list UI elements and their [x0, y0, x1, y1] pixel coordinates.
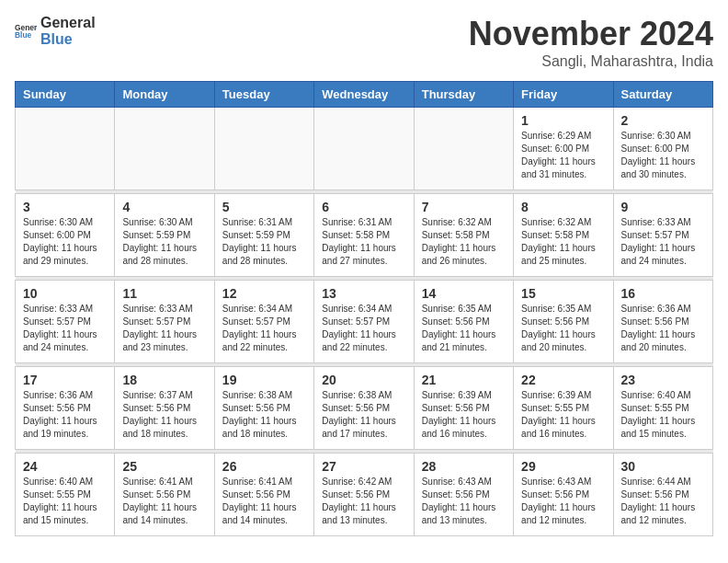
calendar-cell: 10Sunrise: 6:33 AM Sunset: 5:57 PM Dayli…: [16, 281, 115, 363]
title-area: November 2024 Sangli, Maharashtra, India: [469, 15, 713, 70]
cell-info: Sunrise: 6:41 AM Sunset: 5:56 PM Dayligh…: [222, 476, 306, 527]
cell-info: Sunrise: 6:38 AM Sunset: 5:56 PM Dayligh…: [222, 389, 306, 441]
location-title: Sangli, Maharashtra, India: [469, 53, 713, 70]
header: General Blue General Blue November 2024 …: [15, 15, 713, 70]
cell-info: Sunrise: 6:40 AM Sunset: 5:55 PM Dayligh…: [23, 476, 107, 527]
calendar-cell: 17Sunrise: 6:36 AM Sunset: 5:56 PM Dayli…: [16, 367, 115, 450]
cell-info: Sunrise: 6:34 AM Sunset: 5:57 PM Dayligh…: [222, 303, 306, 354]
cell-info: Sunrise: 6:40 AM Sunset: 5:55 PM Dayligh…: [621, 389, 705, 441]
day-number: 10: [23, 286, 107, 301]
logo-blue: Blue: [40, 31, 96, 48]
calendar-cell: 14Sunrise: 6:35 AM Sunset: 5:56 PM Dayli…: [414, 281, 513, 363]
calendar-cell: [214, 108, 313, 190]
cell-info: Sunrise: 6:36 AM Sunset: 5:56 PM Dayligh…: [23, 389, 107, 441]
calendar-cell: 4Sunrise: 6:30 AM Sunset: 5:59 PM Daylig…: [115, 194, 214, 277]
calendar-cell: 19Sunrise: 6:38 AM Sunset: 5:56 PM Dayli…: [214, 367, 313, 450]
calendar-cell: 21Sunrise: 6:39 AM Sunset: 5:56 PM Dayli…: [414, 367, 513, 450]
day-number: 16: [621, 286, 705, 301]
day-number: 13: [322, 286, 405, 301]
calendar-cell: 27Sunrise: 6:42 AM Sunset: 5:56 PM Dayli…: [314, 454, 414, 536]
day-number: 22: [521, 373, 605, 387]
calendar-cell: [115, 108, 214, 190]
cell-info: Sunrise: 6:31 AM Sunset: 5:58 PM Dayligh…: [322, 216, 405, 268]
day-number: 6: [322, 200, 405, 214]
day-number: 4: [122, 200, 206, 214]
cell-info: Sunrise: 6:34 AM Sunset: 5:57 PM Dayligh…: [322, 303, 405, 354]
calendar-cell: 28Sunrise: 6:43 AM Sunset: 5:56 PM Dayli…: [414, 454, 513, 536]
calendar-cell: 23Sunrise: 6:40 AM Sunset: 5:55 PM Dayli…: [613, 367, 712, 450]
week-row-2: 10Sunrise: 6:33 AM Sunset: 5:57 PM Dayli…: [16, 281, 713, 363]
day-number: 1: [521, 113, 605, 128]
cell-info: Sunrise: 6:43 AM Sunset: 5:56 PM Dayligh…: [422, 476, 506, 527]
cell-info: Sunrise: 6:43 AM Sunset: 5:56 PM Dayligh…: [521, 476, 605, 527]
day-number: 27: [322, 459, 405, 474]
day-number: 24: [23, 459, 107, 474]
cell-info: Sunrise: 6:33 AM Sunset: 5:57 PM Dayligh…: [621, 216, 705, 268]
calendar-cell: 7Sunrise: 6:32 AM Sunset: 5:58 PM Daylig…: [414, 194, 513, 277]
cell-info: Sunrise: 6:39 AM Sunset: 5:56 PM Dayligh…: [422, 389, 506, 441]
cell-info: Sunrise: 6:30 AM Sunset: 5:59 PM Dayligh…: [122, 216, 206, 268]
cell-info: Sunrise: 6:30 AM Sunset: 6:00 PM Dayligh…: [23, 216, 107, 268]
cell-info: Sunrise: 6:30 AM Sunset: 6:00 PM Dayligh…: [621, 130, 705, 181]
calendar-cell: 5Sunrise: 6:31 AM Sunset: 5:59 PM Daylig…: [214, 194, 313, 277]
cell-info: Sunrise: 6:29 AM Sunset: 6:00 PM Dayligh…: [521, 130, 605, 181]
cell-info: Sunrise: 6:33 AM Sunset: 5:57 PM Dayligh…: [122, 303, 206, 354]
week-row-1: 3Sunrise: 6:30 AM Sunset: 6:00 PM Daylig…: [16, 194, 713, 277]
day-number: 5: [222, 200, 306, 214]
logo-icon: General Blue: [15, 20, 37, 42]
day-number: 30: [621, 459, 705, 474]
calendar-cell: [314, 108, 414, 190]
day-header-monday: Monday: [115, 82, 214, 108]
cell-info: Sunrise: 6:37 AM Sunset: 5:56 PM Dayligh…: [122, 389, 206, 441]
calendar-cell: 18Sunrise: 6:37 AM Sunset: 5:56 PM Dayli…: [115, 367, 214, 450]
day-header-friday: Friday: [514, 82, 613, 108]
header-row: SundayMondayTuesdayWednesdayThursdayFrid…: [16, 82, 713, 108]
calendar-cell: 25Sunrise: 6:41 AM Sunset: 5:56 PM Dayli…: [115, 454, 214, 536]
cell-info: Sunrise: 6:38 AM Sunset: 5:56 PM Dayligh…: [322, 389, 405, 441]
day-number: 14: [422, 286, 506, 301]
cell-info: Sunrise: 6:36 AM Sunset: 5:56 PM Dayligh…: [621, 303, 705, 354]
cell-info: Sunrise: 6:32 AM Sunset: 5:58 PM Dayligh…: [422, 216, 506, 268]
day-number: 8: [521, 200, 605, 214]
calendar-cell: 26Sunrise: 6:41 AM Sunset: 5:56 PM Dayli…: [214, 454, 313, 536]
calendar-cell: 16Sunrise: 6:36 AM Sunset: 5:56 PM Dayli…: [613, 281, 712, 363]
day-number: 28: [422, 459, 506, 474]
calendar-cell: 24Sunrise: 6:40 AM Sunset: 5:55 PM Dayli…: [16, 454, 115, 536]
cell-info: Sunrise: 6:41 AM Sunset: 5:56 PM Dayligh…: [122, 476, 206, 527]
day-number: 11: [122, 286, 206, 301]
calendar-cell: 29Sunrise: 6:43 AM Sunset: 5:56 PM Dayli…: [514, 454, 613, 536]
day-number: 20: [322, 373, 405, 387]
day-number: 12: [222, 286, 306, 301]
calendar-cell: 22Sunrise: 6:39 AM Sunset: 5:55 PM Dayli…: [514, 367, 613, 450]
week-row-4: 24Sunrise: 6:40 AM Sunset: 5:55 PM Dayli…: [16, 454, 713, 536]
calendar-cell: 6Sunrise: 6:31 AM Sunset: 5:58 PM Daylig…: [314, 194, 414, 277]
day-number: 23: [621, 373, 705, 387]
cell-info: Sunrise: 6:39 AM Sunset: 5:55 PM Dayligh…: [521, 389, 605, 441]
day-header-saturday: Saturday: [613, 82, 712, 108]
day-number: 18: [122, 373, 206, 387]
cell-info: Sunrise: 6:31 AM Sunset: 5:59 PM Dayligh…: [222, 216, 306, 268]
day-header-sunday: Sunday: [16, 82, 115, 108]
calendar-cell: [16, 108, 115, 190]
calendar-cell: 30Sunrise: 6:44 AM Sunset: 5:56 PM Dayli…: [613, 454, 712, 536]
calendar-cell: 11Sunrise: 6:33 AM Sunset: 5:57 PM Dayli…: [115, 281, 214, 363]
calendar-cell: 15Sunrise: 6:35 AM Sunset: 5:56 PM Dayli…: [514, 281, 613, 363]
day-number: 17: [23, 373, 107, 387]
calendar-table: SundayMondayTuesdayWednesdayThursdayFrid…: [15, 81, 713, 536]
day-number: 15: [521, 286, 605, 301]
day-number: 21: [422, 373, 506, 387]
cell-info: Sunrise: 6:35 AM Sunset: 5:56 PM Dayligh…: [521, 303, 605, 354]
day-number: 3: [23, 200, 107, 214]
cell-info: Sunrise: 6:32 AM Sunset: 5:58 PM Dayligh…: [521, 216, 605, 268]
calendar-cell: 2Sunrise: 6:30 AM Sunset: 6:00 PM Daylig…: [613, 108, 712, 190]
calendar-cell: 12Sunrise: 6:34 AM Sunset: 5:57 PM Dayli…: [214, 281, 313, 363]
day-number: 26: [222, 459, 306, 474]
logo-general: General: [40, 15, 96, 31]
day-header-wednesday: Wednesday: [314, 82, 414, 108]
day-number: 25: [122, 459, 206, 474]
week-row-0: 1Sunrise: 6:29 AM Sunset: 6:00 PM Daylig…: [16, 108, 713, 190]
day-number: 9: [621, 200, 705, 214]
calendar-cell: 3Sunrise: 6:30 AM Sunset: 6:00 PM Daylig…: [16, 194, 115, 277]
logo: General Blue General Blue: [15, 15, 96, 47]
day-header-thursday: Thursday: [414, 82, 513, 108]
